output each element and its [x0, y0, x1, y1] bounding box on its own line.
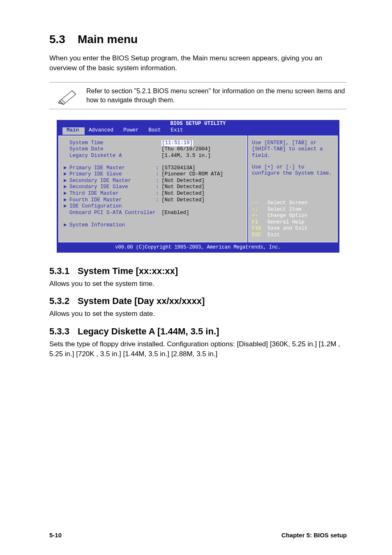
bios-field-value[interactable]: [1.44M, 3.5 in.] [161, 153, 211, 159]
bios-field-value[interactable]: [Not Detected] [161, 197, 205, 204]
bios-field-label: IDE Configuration [69, 203, 156, 210]
bios-field-value[interactable]: [Pioneer CD-ROM ATA] [161, 171, 223, 178]
legend-text: Save and Exit [267, 226, 308, 231]
legend-row: +-Change Option [252, 213, 334, 219]
bios-field-row[interactable]: System Time [11:51:19] [64, 140, 244, 147]
subsection-heading: 5.3.1System Time [xx:xx:xx] [49, 266, 347, 276]
separator: : [156, 191, 161, 197]
bios-field-value[interactable]: [Not Detected] [161, 184, 205, 191]
legend-row: ←→Select Screen [252, 200, 334, 207]
submenu-arrow-icon: ► [64, 197, 69, 204]
bios-field-value[interactable]: [Not Detected] [161, 178, 205, 184]
legend-text: Select Item [267, 207, 302, 212]
pencil-icon [49, 85, 86, 107]
submenu-arrow-icon: ► [64, 165, 69, 172]
separator [156, 140, 161, 147]
submenu-arrow-icon: ► [64, 203, 69, 210]
bios-field-value[interactable]: [ST320413A] [161, 165, 196, 172]
bios-help-text-1: Use [ENTER], [TAB] or [SHIFT-TAB] to sel… [252, 140, 334, 159]
subsection-title: System Time [xx:xx:xx] [78, 266, 178, 276]
legend-key: F1 [252, 219, 267, 226]
subsection-number: 5.3.2 [49, 296, 69, 306]
submenu-arrow-icon: ► [64, 178, 69, 184]
subsection-title: System Date [Day xx/xx/xxxx] [78, 296, 205, 306]
legend-text: Exit [267, 232, 280, 238]
legend-row: ESCExit [252, 232, 334, 239]
separator [156, 146, 161, 153]
note-block: Refer to section "5.2.1 BIOS menu screen… [49, 82, 347, 110]
bios-field-row[interactable]: Legacy Diskette A [1.44M, 3.5 in.] [64, 153, 244, 159]
separator: : [156, 165, 161, 172]
subsection-number: 5.3.3 [49, 326, 69, 336]
bios-field-label: Primary IDE Slave [69, 171, 156, 178]
bios-key-legend: ←→Select Screen↑↓Select Item+-Change Opt… [252, 200, 334, 239]
bios-field-row[interactable]: ►Third IDE Master: [Not Detected] [64, 191, 244, 197]
bios-main-panel: System Time [11:51:19] System Date [Thu … [58, 136, 247, 242]
legend-text: Change Option [267, 213, 308, 219]
bios-field-row[interactable]: ►Fourth IDE Master: [Not Detected] [64, 197, 244, 204]
page-footer: 5-10 Chapter 5: BIOS setup [49, 515, 347, 539]
bios-help-panel: Use [ENTER], [TAB] or [SHIFT-TAB] to sel… [248, 136, 338, 242]
bios-field-value[interactable]: [Not Detected] [161, 191, 205, 197]
legend-row: ↑↓Select Item [252, 207, 334, 213]
bios-field-label: Third IDE Master [69, 191, 156, 197]
bios-title: BIOS SETUP UTILITY [57, 120, 339, 127]
bios-field-value[interactable]: [11:51:19] [161, 140, 193, 147]
subsection-body: Allows you to set the system date. [49, 309, 347, 319]
subsection-number: 5.3.1 [49, 266, 69, 276]
bios-help-text-2: Use [+] or [-] to configure the System t… [252, 164, 334, 177]
legend-key: +- [252, 213, 267, 219]
submenu-arrow-icon: ► [64, 171, 69, 178]
bios-copyright: v00.00 (C)Copyright 1985-2003, American … [57, 244, 339, 253]
separator [156, 153, 161, 159]
legend-text: Select Screen [267, 200, 308, 206]
submenu-arrow-icon: ► [64, 184, 69, 191]
legend-row: F1General Help [252, 219, 334, 226]
bios-field-label: Legacy Diskette A [69, 153, 156, 159]
bios-field-label: System Time [69, 140, 156, 147]
bios-field-row[interactable]: Onboard PCI S-ATA Controller [Enabled] [64, 210, 244, 216]
bios-tab-bar: MainAdvancedPowerBootExit [57, 127, 339, 135]
bios-tab-power[interactable]: Power [119, 127, 145, 135]
bios-screenshot: BIOS SETUP UTILITY MainAdvancedPowerBoot… [57, 120, 339, 252]
bios-field-row[interactable]: ►Secondary IDE Slave: [Not Detected] [64, 184, 244, 191]
bios-tab-boot[interactable]: Boot [145, 127, 167, 135]
submenu-arrow-icon [64, 210, 69, 216]
note-text: Refer to section "5.2.1 BIOS menu screen… [86, 85, 347, 107]
separator [156, 222, 161, 229]
section-heading: 5.3Main menu [49, 33, 347, 46]
bios-field-row[interactable]: ►Secondary IDE Master: [Not Detected] [64, 178, 244, 184]
bios-tab-exit[interactable]: Exit [167, 127, 189, 135]
separator: : [156, 184, 161, 191]
bios-field-value[interactable]: [Thu 06/10/2004] [161, 146, 211, 153]
submenu-arrow-icon [64, 140, 69, 147]
legend-key: ESC [252, 232, 267, 239]
subsection-heading: 5.3.3Legacy Diskette A [1.44M, 3.5 in.] [49, 326, 347, 337]
legend-row: F10Save and Exit [252, 226, 334, 232]
subsection-heading: 5.3.2System Date [Day xx/xx/xxxx] [49, 296, 347, 306]
bios-tab-main[interactable]: Main [62, 127, 85, 135]
bios-field-value[interactable]: [Enabled] [161, 210, 189, 216]
bios-field-label: Secondary IDE Slave [69, 184, 156, 191]
bios-field-label: Primary IDE Master [69, 165, 156, 172]
separator [156, 203, 161, 210]
subsection-body: Allows you to set the system time. [49, 279, 347, 289]
bios-field-row[interactable]: System Date [Thu 06/10/2004] [64, 146, 244, 153]
separator: : [156, 197, 161, 204]
submenu-arrow-icon: ► [64, 191, 69, 197]
bios-field-row[interactable]: ►IDE Configuration [64, 203, 244, 210]
bios-field-label: Onboard PCI S-ATA Controller [69, 210, 156, 216]
bios-tab-advanced[interactable]: Advanced [85, 127, 119, 135]
bios-field-label: Secondary IDE Master [69, 178, 156, 184]
bios-field-row[interactable]: ►Primary IDE Slave: [Pioneer CD-ROM ATA] [64, 171, 244, 178]
bios-field-label: System Date [69, 146, 156, 153]
submenu-arrow-icon [64, 153, 69, 159]
legend-key: ←→ [252, 200, 267, 207]
bios-field-row[interactable]: ►System Information [64, 222, 244, 229]
page-number: 5-10 [49, 532, 62, 539]
legend-key: ↑↓ [252, 207, 267, 213]
separator [156, 210, 161, 216]
separator: : [156, 178, 161, 184]
subsection-title: Legacy Diskette A [1.44M, 3.5 in.] [78, 326, 219, 336]
bios-field-row[interactable]: ►Primary IDE Master: [ST320413A] [64, 165, 244, 172]
